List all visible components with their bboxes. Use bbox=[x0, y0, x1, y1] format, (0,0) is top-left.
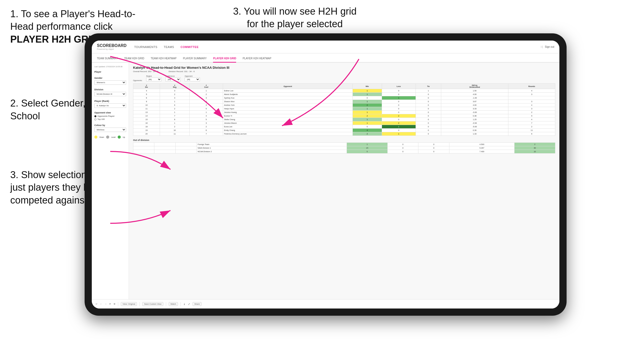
nav-teams[interactable]: TEAMS bbox=[164, 45, 174, 49]
sub-nav-team-h2h[interactable]: TEAM H2H GRID bbox=[124, 57, 144, 63]
sign-out-link[interactable]: Sign out bbox=[545, 45, 554, 48]
cell-reg: 3 bbox=[160, 96, 189, 100]
player-rank-select[interactable]: 8. Katelyn Vo bbox=[94, 103, 126, 108]
cell-win: 1 bbox=[353, 121, 382, 125]
refresh-icon[interactable]: ⟳ bbox=[109, 303, 111, 305]
cell-empty2 bbox=[154, 150, 175, 153]
cell-win: 1 bbox=[353, 118, 382, 121]
cell-rounds: 9 bbox=[508, 114, 555, 118]
export-icon[interactable]: ⤓ bbox=[183, 303, 185, 305]
region-filter[interactable]: (All) bbox=[146, 78, 162, 81]
radio-top-100-circle bbox=[94, 118, 96, 120]
conference-filter[interactable]: (All) bbox=[165, 78, 181, 81]
cell-win: 2 bbox=[353, 132, 382, 136]
opponent-filter[interactable]: (All) bbox=[185, 78, 200, 81]
colour-by-select[interactable]: Win/loss bbox=[94, 128, 126, 132]
cell-out-tie: 0 bbox=[418, 146, 449, 150]
nav-committee[interactable]: COMMITTEE bbox=[180, 45, 199, 49]
toolbar-divider-2 bbox=[139, 302, 140, 306]
cell-loss: 0 bbox=[382, 100, 416, 103]
region-filter-group: Region (All) bbox=[146, 75, 162, 81]
redo-prev-icon[interactable]: ← bbox=[100, 303, 102, 305]
cell-diff: 0.30 bbox=[441, 129, 508, 132]
cell-div: 16 bbox=[133, 121, 160, 125]
cell-opponent: Andrea York bbox=[223, 103, 353, 107]
cell-reg: 7 bbox=[160, 114, 189, 118]
cell-out-diff: 7.400 bbox=[449, 150, 514, 153]
redo-next-icon[interactable]: → bbox=[105, 303, 107, 305]
cell-loss: 2 bbox=[382, 114, 416, 118]
undo-icon[interactable]: ↩ bbox=[96, 303, 97, 305]
cell-loss: 0 bbox=[382, 107, 416, 111]
cell-conf: 5 bbox=[189, 107, 223, 111]
sidebar-player-label: Player bbox=[94, 71, 126, 73]
table-row: 14 7 4 Eunice Yi 2 2 0 0.38 9 bbox=[133, 114, 555, 118]
cell-rounds: 11 bbox=[508, 129, 555, 132]
out-of-division-row: NCAA Division 2 5 0 0 7.400 10 bbox=[133, 150, 555, 153]
table-row: 4 3 1 Esther Lee 1 0 1 1.50 4 bbox=[133, 89, 555, 93]
overall-record: Overall Record: 353 - 34 - 6 bbox=[133, 70, 158, 73]
radio-top-100[interactable]: Top 100 bbox=[94, 118, 126, 120]
out-of-division-row: Foreign Team 1 0 0 4.500 2 bbox=[133, 143, 555, 146]
sidebar-colour-label: Colour by bbox=[94, 124, 126, 127]
col-opponent: Opponent bbox=[223, 84, 353, 89]
cell-diff: -0.94 bbox=[441, 121, 508, 125]
save-custom-btn[interactable]: Save Custom View bbox=[142, 302, 163, 306]
cell-win: 2 bbox=[353, 103, 382, 107]
cell-loss: 0 bbox=[382, 103, 416, 107]
cell-tie: 1 bbox=[416, 89, 441, 93]
division-select[interactable]: NCAA Division III bbox=[94, 92, 126, 96]
share-btn[interactable]: Share bbox=[193, 302, 202, 306]
share-icon[interactable]: ⤤ bbox=[188, 303, 190, 305]
table-row: 19 10 6 Emily Chang 4 0 0 0.30 11 bbox=[133, 129, 555, 132]
cell-out-win: 5 bbox=[347, 150, 388, 153]
cell-diff: 1.25 bbox=[441, 118, 508, 121]
view-original-btn[interactable]: View: Original bbox=[121, 302, 137, 306]
sub-nav-player-heatmap[interactable]: PLAYER H2H HEATMAP bbox=[243, 57, 271, 63]
sidebar-timestamp: Last Updated: 27/03/2024 16:55:38 bbox=[94, 66, 126, 68]
cell-win: 1 bbox=[353, 93, 382, 96]
region-filter-label: Region bbox=[146, 75, 162, 77]
cell-win: 1 bbox=[353, 107, 382, 111]
cell-empty3 bbox=[175, 150, 196, 153]
grid-area: Katelyn Vo Head-to-Head Grid for Women's… bbox=[129, 63, 559, 299]
top-100-label: Top 100 bbox=[97, 118, 105, 120]
cell-opponent: Esther Lee bbox=[223, 89, 353, 93]
division-record: Division Record: 331 - 34 - 6 bbox=[169, 70, 195, 73]
settings-icon[interactable]: ⚙ bbox=[114, 303, 115, 305]
sidebar-division-label: Division bbox=[94, 88, 126, 91]
cell-loss: 2 bbox=[382, 121, 416, 125]
radio-opponents-played[interactable]: Opponents Played bbox=[94, 115, 126, 117]
colour-legend: Down Level Up bbox=[94, 136, 126, 139]
cell-conf: 3 bbox=[189, 103, 223, 107]
top-nav: SCOREBOARD Powered by clippd TOURNAMENTS… bbox=[92, 41, 559, 53]
cell-opponent: Euna Lee bbox=[223, 125, 353, 129]
cell-diff: 1.33 bbox=[441, 132, 508, 136]
cell-rounds: 2 bbox=[508, 125, 555, 129]
sub-nav: TEAM SUMMARY TEAM H2H GRID TEAM H2H HEAT… bbox=[92, 53, 559, 63]
col-reg: #Reg bbox=[160, 84, 189, 89]
sub-nav-player-summary[interactable]: PLAYER SUMMARY bbox=[183, 57, 207, 63]
sub-nav-team-heatmap[interactable]: TEAM H2H HEATMAP bbox=[151, 57, 177, 63]
cell-rounds bbox=[508, 96, 555, 100]
cell-tie: 0 bbox=[416, 111, 441, 114]
cell-loss: 0 bbox=[382, 118, 416, 121]
grid-subtitle: Overall Record: 353 - 34 - 6 Division Re… bbox=[133, 70, 555, 73]
cell-rounds: 2 bbox=[508, 111, 555, 114]
nav-tournaments[interactable]: TOURNAMENTS bbox=[134, 45, 157, 49]
sub-nav-player-h2h[interactable]: PLAYER H2H GRID bbox=[213, 57, 236, 63]
cell-diff: 3.33 bbox=[441, 107, 508, 111]
cell-div: 4 bbox=[133, 89, 160, 93]
col-rounds: Rounds bbox=[508, 84, 555, 89]
toolbar-divider-3 bbox=[166, 302, 166, 306]
sub-nav-team-summary[interactable]: TEAM SUMMARY bbox=[97, 57, 118, 63]
cell-diff: -1.00 bbox=[441, 96, 508, 100]
opponents-played-label: Opponents Played bbox=[97, 115, 114, 117]
table-row: 11 2 5 Heejo Hyun 1 0 0 3.33 3 bbox=[133, 107, 555, 111]
watch-btn[interactable]: Watch bbox=[169, 302, 178, 306]
cell-out-diff: 9.267 bbox=[449, 146, 514, 150]
cell-opponent: Sydney Kuo bbox=[223, 96, 353, 100]
cell-div: 18 bbox=[133, 125, 160, 129]
cell-div: 20 bbox=[133, 132, 160, 136]
gender-select[interactable]: Women's bbox=[94, 80, 126, 85]
